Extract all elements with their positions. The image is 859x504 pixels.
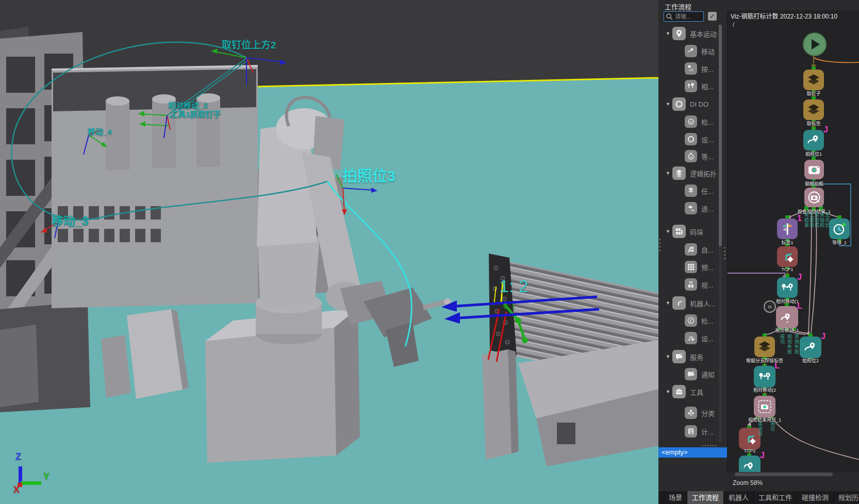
node-label1[interactable]: 1 标签1 — [777, 219, 798, 239]
tree-label: 逻辑拓扑 — [690, 169, 717, 178]
zoom-level: Zoom 58% — [733, 479, 763, 486]
chevron-down-icon[interactable]: ▼ — [666, 102, 672, 107]
node-relative-move1[interactable]: J 相对移动(1 — [777, 277, 798, 298]
tree-label: DI DO — [690, 100, 708, 108]
tree-group-robot[interactable]: ▼ 机器人... — [658, 295, 716, 311]
node-photo-pos1[interactable]: J 拍照位1 — [803, 130, 824, 150]
selected-item-bar[interactable]: <empty> — [658, 447, 729, 458]
node-label: 等待_1 — [832, 239, 847, 246]
node-vision-move1[interactable]: L 视觉移动_1 — [776, 306, 798, 328]
node-move-final[interactable]: J — [739, 456, 761, 472]
robot-icon — [672, 296, 686, 310]
tree-label: 相... — [701, 81, 714, 91]
tree-item-relative-move[interactable]: 相... — [658, 78, 714, 94]
tab-plan-history[interactable]: 规划历史 — [833, 491, 859, 504]
tree-group-basic-motion[interactable]: ▼ 基本运动 — [658, 26, 717, 41]
tree-item-set-do[interactable]: 设... — [658, 131, 714, 147]
workflow-canvas[interactable]: Viz-钢筋打标计数 2022-12-23 18:00:10 / — [727, 10, 859, 472]
search-input[interactable] — [674, 13, 703, 20]
node-start[interactable] — [803, 32, 827, 56]
waypoint-label: 拍照位3 — [342, 164, 395, 186]
tab-robot[interactable]: 机器人 — [723, 491, 753, 504]
node-search[interactable] — [664, 11, 704, 22]
canvas-hscrollbar[interactable] — [735, 473, 833, 476]
jog-badge: J — [821, 332, 825, 341]
svg-text:34: 34 — [689, 431, 692, 434]
tree-label: 机器人... — [690, 298, 716, 308]
tree-item-exit[interactable]: 退... — [658, 200, 714, 216]
tab-workflow[interactable]: 工作流程 — [687, 491, 723, 504]
node-rebar-photo[interactable]: 钢筋拍照 — [804, 160, 824, 179]
branch-label: 规划失败 — [787, 334, 792, 355]
node-branch-weld-label[interactable]: 根据分支焊接标签 — [754, 337, 775, 357]
tree-item-check-di[interactable]: DI 检... — [658, 114, 714, 129]
branch-label: 未用尽 — [757, 422, 763, 437]
sidebar-splitter-handle[interactable]: •••• — [724, 246, 726, 261]
pin-pair-arrow-icon — [757, 369, 772, 384]
tree-item-task[interactable]: 任... — [658, 183, 714, 198]
filter-checkbox[interactable]: ✓ — [708, 12, 717, 21]
tree-item-robot-check[interactable]: 检... — [658, 313, 714, 328]
tree-label: 通知 — [701, 369, 715, 379]
node-tcp1[interactable]: TCP1 — [777, 246, 798, 267]
chat-icon — [685, 368, 697, 380]
panel-splitter-handle[interactable]: •••• — [659, 238, 661, 253]
count-badge: 1 — [797, 214, 802, 223]
node-label: 标签1 — [781, 239, 793, 246]
tree-group-palletize[interactable]: ▼ 码垛 — [658, 224, 703, 239]
chevron-down-icon[interactable]: ▼ — [666, 171, 672, 176]
node-take-nail[interactable]: 取钉子 — [803, 70, 824, 90]
tree-item-move-grid[interactable]: 按... — [658, 61, 714, 76]
ring-icon — [685, 133, 697, 145]
tree-scrollbar-thumb[interactable] — [719, 25, 722, 246]
camera-dashed-icon — [757, 399, 772, 414]
tab-collision[interactable]: 碰撞检测 — [797, 491, 833, 504]
tree-item-preset-pallet[interactable]: 预... — [658, 259, 714, 275]
node-wait1[interactable]: 等待_1 — [829, 219, 850, 239]
jog-badge: J — [797, 273, 802, 282]
tree-item-wait-di[interactable]: DI 等... — [658, 148, 714, 164]
node-vision-result-exhausted[interactable]: 视觉结果用尽_1 — [754, 396, 775, 417]
tab-tools-workpieces[interactable]: 工具和工件 — [753, 491, 797, 504]
node-take-label[interactable]: 取标签 — [803, 99, 824, 120]
tree-label: 码垛 — [690, 227, 703, 237]
tree-item-classify[interactable]: 分类 — [658, 405, 715, 421]
pallet-edit-icon — [685, 243, 697, 256]
svg-text:DI: DI — [689, 156, 692, 159]
robot-gear-icon — [742, 431, 757, 446]
tree-item-move[interactable]: 移动 — [658, 43, 715, 59]
tree-group-logic[interactable]: ▼ 逻辑拓扑 — [658, 165, 717, 181]
calculator-icon: 1234 — [685, 425, 697, 438]
node-relative-move2[interactable]: L 相对移动(2 — [754, 366, 775, 388]
tree-group-di-do[interactable]: ▼ DI DO — [658, 96, 708, 112]
node-label: 钢筋拍照 — [805, 180, 823, 187]
chevron-down-icon[interactable]: ▼ — [666, 354, 672, 359]
node-photo-pos2[interactable]: J 拍照位2 — [800, 337, 821, 358]
tree-group-service[interactable]: ▼ 服务 — [658, 349, 703, 364]
node-label: TCP2 — [744, 448, 755, 453]
tree-item-notify[interactable]: 通知 — [658, 366, 715, 382]
chevron-down-icon[interactable]: ▼ — [666, 389, 672, 394]
tree-group-tools[interactable]: ▼ 工具 — [658, 384, 703, 399]
chevron-down-icon[interactable]: ▼ — [666, 300, 672, 306]
pallet-camera-icon — [685, 278, 697, 291]
camera-icon — [807, 163, 821, 176]
tree-item-robot-set[interactable]: 设... — [658, 330, 714, 346]
tab-scene[interactable]: 场景 — [664, 491, 687, 504]
tree-item-count[interactable]: 1234 计... — [658, 424, 714, 439]
jog-badge: J — [760, 451, 765, 460]
node-check-vision-result[interactable]: 检查视觉结果_1 — [804, 188, 824, 207]
di-timer-icon: DI — [685, 150, 697, 162]
node-label: TCP1 — [781, 267, 793, 272]
di-refresh-icon: DI — [685, 115, 697, 128]
tree-label: 退... — [701, 204, 714, 213]
chevron-down-icon[interactable]: ▼ — [666, 229, 672, 234]
tree-item-auto-pallet[interactable]: 自... — [658, 242, 714, 257]
canvas-statusbar: Zoom 58% — [727, 472, 859, 491]
tree-item-vision-pallet[interactable]: 视... — [658, 277, 714, 292]
chevron-down-icon[interactable]: ▼ — [666, 31, 672, 36]
camera-check-icon — [807, 190, 821, 205]
viewport-3d[interactable]: 取钉位上方2 相对移动_3 工具1抓取钉子 移动_4 移动_3 拍照位3 1: … — [0, 0, 658, 504]
pin-icon — [672, 27, 686, 40]
branch-label: 无点云 — [824, 212, 830, 228]
